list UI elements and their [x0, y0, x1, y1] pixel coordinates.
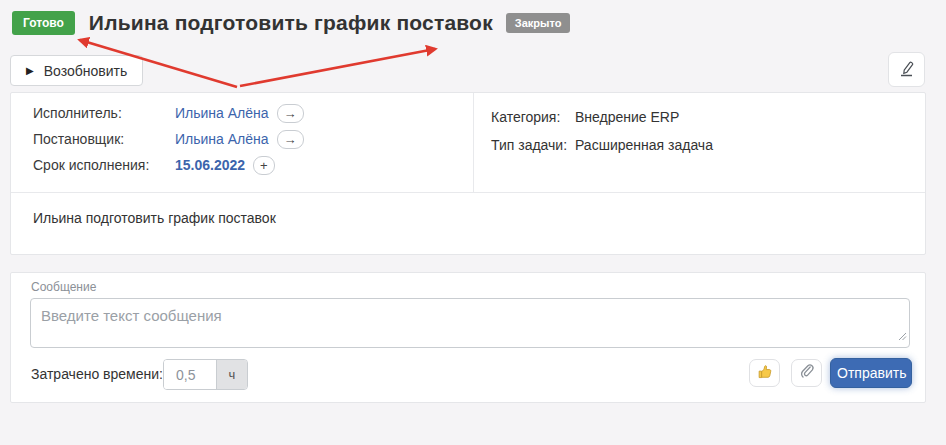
status-badge-done: Готово — [12, 11, 75, 35]
creator-label: Постановщик: — [33, 131, 175, 147]
details-right-column: Категория: Внедрение ERP Тип задачи: Рас… — [474, 103, 925, 159]
category-value: Внедрение ERP — [575, 109, 679, 125]
message-label: Сообщение — [31, 280, 96, 294]
page-title: Ильина подготовить график поставок — [89, 11, 493, 35]
deadline-label: Срок исполнения: — [33, 157, 175, 173]
time-spent-group: ч — [163, 359, 248, 390]
message-composer-card: Сообщение Затрачено времени: ч — [10, 272, 926, 403]
attach-file-button[interactable] — [791, 359, 822, 387]
thumbs-up-button[interactable] — [749, 359, 780, 387]
task-description: Ильина подготовить график поставок — [33, 210, 276, 226]
executor-open-button[interactable]: → — [277, 104, 304, 123]
executor-link[interactable]: Ильина Алёна — [175, 105, 269, 121]
field-row-category: Категория: Внедрение ERP — [491, 103, 925, 131]
task-type-label: Тип задачи: — [491, 137, 575, 153]
arrow-right-icon: → — [284, 107, 297, 120]
time-spent-label: Затрачено времени: — [31, 366, 163, 382]
task-details-card: Исполнитель: Ильина Алёна → Постановщик:… — [10, 92, 926, 255]
executor-label: Исполнитель: — [33, 105, 175, 121]
annotation-arrow-to-closed — [240, 49, 435, 86]
creator-open-button[interactable]: → — [277, 130, 304, 149]
resume-button[interactable]: ▶ Возобновить — [10, 55, 143, 86]
paperclip-icon — [798, 363, 815, 383]
deadline-date[interactable]: 15.06.2022 — [175, 157, 245, 173]
message-textarea-wrap — [30, 298, 910, 348]
edit-button[interactable] — [888, 52, 925, 87]
edit-icon — [897, 59, 916, 81]
arrow-right-icon: → — [284, 133, 297, 146]
field-row-task-type: Тип задачи: Расширенная задача — [491, 131, 925, 159]
description-divider — [11, 192, 925, 193]
send-button[interactable]: Отправить — [830, 358, 912, 388]
plus-icon: + — [260, 159, 268, 172]
time-spent-input[interactable] — [164, 360, 216, 389]
time-unit-suffix: ч — [216, 360, 247, 389]
deadline-add-button[interactable]: + — [253, 156, 275, 175]
thumbs-up-icon — [756, 363, 774, 384]
category-label: Категория: — [491, 109, 575, 125]
details-left-column: Исполнитель: Ильина Алёна → Постановщик:… — [11, 100, 473, 178]
field-row-deadline: Срок исполнения: 15.06.2022 + — [33, 152, 473, 178]
task-header: Готово Ильина подготовить график поставо… — [12, 11, 570, 35]
task-view-page: Готово Ильина подготовить график поставо… — [0, 0, 946, 445]
resume-button-label: Возобновить — [44, 63, 128, 79]
resize-handle-icon[interactable] — [898, 327, 907, 345]
field-row-creator: Постановщик: Ильина Алёна → — [33, 126, 473, 152]
field-row-executor: Исполнитель: Ильина Алёна → — [33, 100, 473, 126]
message-textarea[interactable] — [30, 298, 910, 348]
status-badge-closed: Закрыто — [506, 13, 571, 33]
task-type-value: Расширенная задача — [575, 137, 713, 153]
creator-link[interactable]: Ильина Алёна — [175, 131, 269, 147]
play-icon: ▶ — [26, 66, 34, 76]
